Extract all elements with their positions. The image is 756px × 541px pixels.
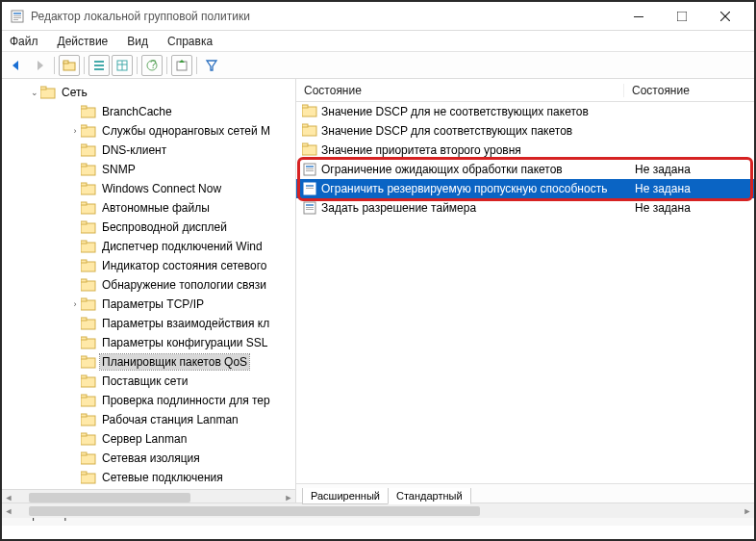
list-view-button[interactable] (88, 55, 110, 76)
list-row[interactable]: Задать разрешение таймераНе задана (296, 198, 754, 218)
tree-item-label: Сервер Lanman (100, 431, 189, 447)
minimize-button[interactable] (617, 3, 660, 30)
tree-item-label: Сеть (60, 85, 89, 100)
tree-item[interactable]: ›Параметры TCP/IP (2, 295, 295, 314)
tree-item-label: Сетевые подключения (100, 470, 225, 485)
details-view-button[interactable] (112, 55, 133, 76)
svg-rect-55 (81, 375, 87, 378)
help-button[interactable]: ? (141, 55, 163, 76)
list-row[interactable]: Значение приоритета второго уровня (296, 141, 754, 160)
menu-help[interactable]: Справка (165, 33, 214, 50)
list-header[interactable]: Состояние Состояние (296, 79, 754, 102)
list-row[interactable]: Значение DSCP для соответствующих пакето… (296, 121, 754, 141)
list-row-name: Ограничить резервируемую пропускную спос… (321, 182, 627, 195)
tree-item[interactable]: Планировщик пакетов QoS (2, 352, 295, 372)
tree-item[interactable]: Поставщик сети (2, 372, 295, 391)
list-row-name: Ограничение ожидающих обработки пакетов (321, 163, 627, 176)
svg-rect-12 (63, 61, 68, 64)
caret-down-icon[interactable]: ⌄ (29, 88, 40, 97)
tree-item-label: SNMP (100, 162, 138, 177)
tree-item[interactable]: DNS-клиент (2, 141, 295, 160)
tree-item[interactable]: Беспроводной дисплей (2, 218, 295, 237)
svg-rect-59 (81, 414, 87, 417)
list-row-name: Значение приоритета второго уровня (321, 143, 627, 157)
tree-item[interactable]: SNMP (2, 160, 295, 179)
maximize-button[interactable] (660, 3, 703, 30)
folder-tree[interactable]: ⌄СетьBranchCache›Службы одноранговых сет… (2, 79, 295, 489)
tree-item-label: Параметры конфигурации SSL (100, 335, 269, 350)
folder-icon (81, 432, 96, 446)
tree-item[interactable]: Рабочая станция Lanman (2, 410, 295, 429)
svg-rect-63 (81, 452, 87, 455)
tree-item[interactable]: Сетевые подключения (2, 468, 295, 487)
svg-rect-25 (40, 87, 46, 90)
svg-rect-5 (634, 16, 643, 17)
tree-item[interactable]: Параметры конфигурации SSL (2, 333, 295, 352)
svg-rect-29 (81, 125, 87, 128)
list-row[interactable]: Ограничить резервируемую пропускную спос… (296, 179, 754, 198)
tree-item[interactable]: Автономные файлы (2, 198, 295, 218)
folder-icon (81, 259, 96, 272)
list-row[interactable]: Ограничение ожидающих обработки пакетовН… (296, 160, 754, 179)
list-row-name: Значение DSCP для не соответствующих пак… (321, 105, 627, 118)
folder-up-button[interactable] (59, 55, 80, 76)
view-tabs: Расширенный Стандартный (296, 483, 754, 504)
menu-file[interactable]: Файл (8, 33, 40, 50)
tree-item[interactable]: Обнаружение топологии связи (2, 275, 295, 295)
svg-rect-69 (302, 105, 308, 108)
nav-back-button[interactable] (6, 55, 27, 76)
folder-icon (81, 297, 96, 311)
svg-rect-39 (81, 221, 87, 224)
setting-icon (302, 200, 317, 216)
tree-item[interactable]: Проверка подлинности для тер (2, 391, 295, 410)
setting-icon (302, 162, 317, 177)
folder-icon (81, 201, 96, 215)
tree-item[interactable]: ›Службы одноранговых сетей М (2, 121, 295, 141)
tree-item-label: Windows Connect Now (100, 181, 223, 196)
menu-view[interactable]: Вид (125, 33, 150, 50)
svg-rect-37 (81, 202, 87, 205)
list-row-name: Задать разрешение таймера (321, 201, 627, 215)
tree-item[interactable]: Сетевая изоляция (2, 449, 295, 468)
tree-item-root[interactable]: ⌄Сеть (2, 83, 295, 102)
tree-item[interactable]: Сервер Lanman (2, 429, 295, 449)
tree-item-label: Диспетчер подключений Wind (100, 239, 265, 254)
svg-rect-75 (306, 166, 314, 167)
caret-right-icon[interactable]: › (69, 126, 81, 136)
filter-button[interactable] (201, 55, 222, 76)
tree-item-label: Проверка подлинности для тер (100, 393, 272, 408)
tree-item-label: Параметры TCP/IP (100, 296, 206, 312)
folder-icon (302, 142, 317, 158)
folder-icon (81, 471, 96, 484)
tree-item[interactable]: Параметры взаимодействия кл (2, 314, 295, 333)
tab-extended[interactable]: Расширенный (302, 488, 389, 504)
svg-rect-57 (81, 395, 87, 398)
svg-rect-49 (81, 318, 87, 321)
column-header-state[interactable]: Состояние (623, 84, 754, 97)
folder-icon (81, 124, 96, 138)
svg-rect-45 (81, 279, 87, 282)
svg-rect-1 (13, 13, 21, 14)
column-header-name[interactable]: Состояние (296, 84, 623, 97)
svg-rect-61 (81, 433, 87, 436)
tree-item[interactable]: BranchCache (2, 102, 295, 121)
svg-rect-15 (94, 68, 104, 70)
list-body[interactable]: Значение DSCP для не соответствующих пак… (296, 102, 754, 483)
tab-standard[interactable]: Стандартный (388, 488, 471, 504)
nav-forward-button[interactable] (29, 55, 50, 76)
folder-icon (81, 143, 96, 157)
tree-item-label: Обнаружение топологии связи (100, 277, 268, 293)
caret-right-icon[interactable]: › (69, 299, 81, 309)
menu-action[interactable]: Действие (56, 33, 111, 50)
list-row[interactable]: Значение DSCP для не соответствующих пак… (296, 102, 754, 121)
toolbar-separator (137, 57, 138, 74)
tree-item[interactable]: Индикатор состояния сетевого (2, 256, 295, 275)
menu-bar: Файл Действие Вид Справка (2, 31, 754, 52)
tree-item[interactable]: Windows Connect Now (2, 179, 295, 198)
close-button[interactable] (703, 3, 746, 30)
tree-item[interactable]: Диспетчер подключений Wind (2, 237, 295, 256)
title-bar: Редактор локальной групповой политики (2, 2, 754, 31)
folder-icon (81, 355, 96, 369)
list-horizontal-scrollbar[interactable]: ◄► (2, 502, 754, 518)
export-button[interactable] (171, 55, 192, 76)
